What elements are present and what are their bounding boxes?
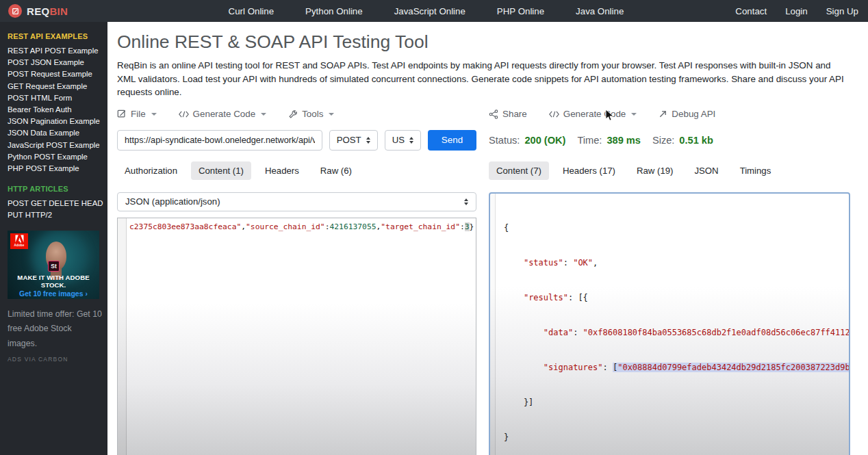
tab-timings[interactable]: Timings — [732, 161, 779, 180]
reqbin-logo[interactable]: REQBIN — [8, 4, 68, 18]
nav-item-login[interactable]: Login — [785, 6, 808, 16]
tab-headers-response[interactable]: Headers (17) — [555, 161, 623, 180]
adobe-stock-ad[interactable]: Adobe St MAKE IT WITH ADOBE STOCK. Get 1… — [8, 231, 99, 299]
nav-item-curl-online[interactable]: Curl Online — [229, 6, 275, 16]
rest-api-examples-heading: REST API EXAMPLES — [8, 32, 102, 40]
size-label: Size: — [652, 135, 674, 146]
sidebar-item-get-request-example[interactable]: GET Request Example — [8, 81, 102, 92]
reqbin-pencil-icon — [8, 4, 22, 18]
sidebar-item-post-html-form[interactable]: POST HTML Form — [8, 92, 102, 104]
adobe-stock-st-icon: St — [48, 261, 60, 272]
main-content: Online REST & SOAP API Testing Tool ReqB… — [107, 22, 868, 455]
nav-item-signup[interactable]: Sign Up — [826, 6, 858, 16]
response-status-row: Status: 200 (OK) Time: 389 ms Size: 0.51… — [489, 130, 850, 151]
sidebar-item-put-http2[interactable]: PUT HTTP/2 — [8, 209, 102, 221]
response-line: } — [504, 432, 849, 443]
tab-raw-response[interactable]: Raw (19) — [629, 161, 681, 180]
chevron-down-icon — [261, 113, 266, 116]
url-input[interactable] — [117, 130, 322, 151]
response-line: "status": "OK", — [504, 257, 849, 269]
code-icon — [179, 110, 189, 118]
method-select[interactable]: POST — [329, 130, 378, 151]
ad-offer-text[interactable]: Limited time offer: Get 10 free Adobe St… — [8, 307, 102, 352]
select-arrows-icon — [366, 137, 370, 144]
region-select[interactable]: US — [385, 130, 421, 151]
nav-item-java-online[interactable]: Java Online — [576, 6, 624, 16]
http-articles-heading: HTTP ARTICLES — [8, 185, 102, 193]
sidebar-item-php-post-example[interactable]: PHP POST Example — [8, 163, 102, 174]
url-row: POST US Send — [117, 130, 476, 151]
debug-api-button[interactable]: Debug API — [659, 109, 715, 119]
nav-item-php-online[interactable]: PHP Online — [497, 6, 544, 16]
content-type-select[interactable]: JSON (application/json) — [117, 192, 476, 211]
left-sidebar: REST API EXAMPLES REST API POST Example … — [0, 22, 107, 455]
arrow-up-right-icon — [659, 109, 667, 118]
time-value: 389 ms — [607, 135, 641, 146]
chevron-down-icon — [151, 113, 157, 116]
select-arrows-icon — [409, 137, 413, 144]
share-button[interactable]: Share — [489, 109, 527, 119]
generate-code-response-button[interactable]: Generate Code — [549, 109, 637, 119]
request-body-editor[interactable]: c2375c803ee873aa8cfeaca","source_chain_i… — [117, 218, 476, 455]
request-body-code[interactable]: c2375c803ee873aa8cfeaca","source_chain_i… — [127, 218, 476, 455]
response-line: { — [504, 222, 849, 234]
code-icon — [549, 110, 559, 118]
request-toolbar: File Generate Code Tools — [117, 107, 476, 121]
nav-item-python-online[interactable]: Python Online — [305, 6, 363, 16]
chevron-down-icon — [329, 113, 334, 116]
navbar-menu: Curl Online Python Online JavaScript Onl… — [229, 0, 624, 22]
status-value: 200 (OK) — [524, 135, 565, 146]
page-description: ReqBin is an online API testing tool for… — [117, 59, 851, 99]
sidebar-item-json-data-example[interactable]: JSON Data Example — [8, 127, 102, 139]
brand-text: REQBIN — [27, 5, 68, 17]
nav-item-javascript-online[interactable]: JavaScript Online — [394, 6, 465, 16]
time-label: Time: — [577, 135, 602, 146]
editor-gutter — [118, 218, 127, 455]
select-arrows-icon — [464, 198, 468, 205]
response-toolbar: Share Generate Code Debug API — [489, 107, 850, 121]
share-icon — [489, 109, 498, 119]
sidebar-item-bearer-token-auth[interactable]: Bearer Token Auth — [8, 104, 102, 116]
send-button[interactable]: Send — [428, 130, 476, 151]
response-line: }] — [504, 397, 849, 408]
status-label: Status: — [489, 135, 520, 146]
generate-code-button[interactable]: Generate Code — [179, 109, 267, 119]
sidebar-item-post-request-example[interactable]: POST Request Example — [8, 68, 102, 80]
tab-raw-request[interactable]: Raw (6) — [313, 161, 359, 180]
sidebar-item-javascript-post-example[interactable]: JavaScript POST Example — [8, 140, 102, 151]
ad-cta-link[interactable]: Get 10 free images › — [8, 289, 99, 298]
wrench-icon — [288, 109, 298, 119]
adobe-logo-icon: Adobe — [10, 233, 28, 249]
sidebar-item-post-get-delete-head[interactable]: POST GET DELETE HEAD — [8, 198, 102, 209]
navbar-right: Contact Login Sign Up — [735, 0, 858, 22]
size-value: 0.51 kb — [679, 135, 713, 146]
tab-json[interactable]: JSON — [687, 161, 726, 180]
tab-authorization[interactable]: Authorization — [117, 161, 185, 180]
tools-menu-button[interactable]: Tools — [288, 109, 334, 119]
response-body-panel[interactable]: { "status": "OK", "results": [{ "data": … — [489, 192, 850, 455]
response-body-code[interactable]: { "status": "OK", "results": [{ "data": … — [496, 194, 849, 455]
request-tabs: Authorization Content (1) Headers Raw (6… — [117, 161, 476, 181]
chevron-down-icon — [631, 113, 637, 116]
response-tabs: Content (7) Headers (17) Raw (19) JSON T… — [489, 161, 850, 181]
tab-content-request[interactable]: Content (1) — [191, 161, 251, 180]
tab-content-response[interactable]: Content (7) — [489, 161, 549, 180]
response-gutter — [490, 194, 496, 455]
sidebar-item-rest-api-post-example[interactable]: REST API POST Example — [8, 45, 102, 57]
request-pane: File Generate Code Tools — [117, 107, 476, 455]
sidebar-item-json-pagination-example[interactable]: JSON Pagination Example — [8, 116, 102, 127]
ad-caption: MAKE IT WITH ADOBE STOCK. — [8, 274, 99, 289]
nav-item-contact[interactable]: Contact — [735, 6, 767, 16]
sidebar-item-post-json-example[interactable]: POST JSON Example — [8, 57, 102, 68]
page-title: Online REST & SOAP API Testing Tool — [117, 30, 868, 53]
sidebar-item-python-post-example[interactable]: Python POST Example — [8, 151, 102, 163]
response-pane: Share Generate Code Debug API S — [489, 107, 850, 455]
top-navbar: REQBIN Curl Online Python Online JavaScr… — [0, 0, 868, 22]
file-menu-button[interactable]: File — [117, 109, 157, 119]
response-line: "signatures": ["0x08884d0799efadeb43424d… — [504, 362, 849, 374]
tab-headers-request[interactable]: Headers — [257, 161, 307, 180]
ads-via-carbon-label[interactable]: ADS VIA CARBON — [8, 356, 102, 363]
file-edit-icon — [117, 109, 127, 119]
response-line: "data": "0xf8608180f84ba0553685c68db2f1e… — [504, 327, 849, 339]
response-line: "results": [{ — [504, 292, 849, 304]
